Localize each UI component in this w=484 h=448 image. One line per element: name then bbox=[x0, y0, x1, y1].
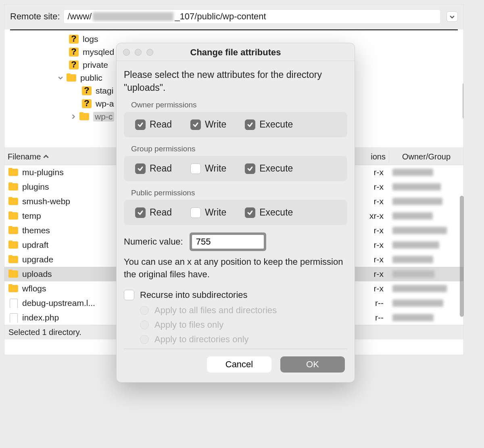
col-header-filename[interactable]: Filename bbox=[4, 151, 117, 163]
recurse-label: Recurse into subdirectories bbox=[140, 290, 248, 300]
public-execute-checkbox[interactable]: Execute bbox=[245, 207, 293, 218]
checkbox-icon bbox=[190, 119, 201, 130]
owner-redacted bbox=[392, 169, 433, 176]
owner-write-checkbox[interactable]: Write bbox=[190, 119, 226, 130]
file-owner bbox=[389, 256, 463, 263]
public-permissions-label: Public permissions bbox=[124, 188, 347, 197]
remote-path-redacted bbox=[93, 12, 173, 21]
checkbox-icon bbox=[135, 163, 146, 174]
file-owner bbox=[389, 212, 463, 220]
owner-redacted bbox=[392, 314, 434, 321]
folder-icon bbox=[8, 211, 18, 220]
checkbox-label: Read bbox=[150, 163, 172, 174]
folder-icon bbox=[67, 73, 76, 82]
tree-item-label: public bbox=[80, 73, 102, 83]
cancel-button[interactable]: Cancel bbox=[207, 356, 271, 373]
file-icon bbox=[8, 313, 18, 322]
radio-apply-files-label: Apply to files only bbox=[154, 320, 223, 330]
checkbox-icon bbox=[190, 207, 201, 218]
checkbox-icon bbox=[135, 207, 146, 218]
file-owner bbox=[389, 241, 463, 249]
folder-icon bbox=[8, 255, 18, 264]
radio-icon bbox=[140, 320, 149, 329]
sort-asc-icon bbox=[43, 152, 49, 161]
owner-redacted bbox=[392, 256, 433, 263]
folder-icon bbox=[8, 270, 18, 278]
file-name: themes bbox=[22, 226, 50, 235]
owner-execute-checkbox[interactable]: Execute bbox=[245, 119, 293, 130]
group-permissions-label: Group permissions bbox=[124, 144, 347, 153]
file-name: temp bbox=[22, 211, 41, 221]
file-name: plugins bbox=[22, 182, 49, 192]
col-header-filename-text: Filename bbox=[8, 152, 41, 161]
tree-scrollbar[interactable] bbox=[463, 83, 463, 119]
remote-path-dropdown-button[interactable] bbox=[446, 11, 458, 22]
remote-path-prefix: /www/ bbox=[68, 11, 92, 22]
dialog-instructions: Please select the new attributes for the… bbox=[124, 68, 347, 94]
tree-item-label: wp-a bbox=[96, 99, 114, 109]
radio-apply-all: Apply to all files and directories bbox=[124, 305, 347, 316]
numeric-value-input[interactable] bbox=[192, 234, 264, 249]
file-name: uploads bbox=[22, 269, 52, 279]
file-name: updraft bbox=[22, 240, 48, 250]
public-read-checkbox[interactable]: Read bbox=[135, 207, 172, 218]
file-name: wflogs bbox=[22, 284, 46, 293]
window-zoom-icon[interactable] bbox=[146, 49, 153, 56]
owner-redacted bbox=[392, 183, 441, 191]
checkbox-icon bbox=[245, 119, 255, 130]
file-owner bbox=[389, 169, 463, 176]
folder-icon bbox=[8, 197, 18, 206]
remote-site-label: Remote site: bbox=[10, 11, 60, 22]
unknown-folder-icon bbox=[69, 35, 79, 44]
file-owner bbox=[389, 285, 463, 292]
tree-item-label: logs bbox=[83, 34, 98, 44]
col-header-owner-text: Owner/Group bbox=[402, 152, 451, 161]
checkbox-icon bbox=[245, 163, 255, 174]
group-read-checkbox[interactable]: Read bbox=[135, 163, 172, 174]
unknown-folder-icon bbox=[69, 48, 79, 57]
public-write-checkbox[interactable]: Write bbox=[190, 207, 226, 218]
checkbox-label: Execute bbox=[259, 119, 293, 130]
radio-apply-files: Apply to files only bbox=[124, 320, 347, 330]
tree-item-label: stagi bbox=[96, 86, 113, 96]
unknown-folder-icon bbox=[69, 61, 79, 69]
checkbox-icon bbox=[190, 163, 201, 174]
numeric-value-label: Numeric value: bbox=[124, 237, 183, 247]
change-attributes-dialog: Change file attributes Please select the… bbox=[116, 43, 355, 383]
remote-path-combo[interactable]: /www/ _107/public/wp-content bbox=[63, 9, 441, 24]
window-minimize-icon[interactable] bbox=[135, 49, 142, 56]
ok-button[interactable]: OK bbox=[280, 356, 345, 373]
chevron-down-icon[interactable] bbox=[57, 74, 64, 82]
list-scrollbar[interactable] bbox=[460, 196, 464, 317]
checkbox-label: Execute bbox=[259, 207, 293, 218]
remote-site-row: Remote site: /www/ _107/public/wp-conten… bbox=[4, 4, 463, 29]
owner-read-checkbox[interactable]: Read bbox=[135, 119, 172, 130]
tree-item-label: private bbox=[83, 60, 108, 70]
folder-icon bbox=[8, 168, 18, 177]
chevron-right-icon[interactable] bbox=[70, 113, 77, 120]
group-permissions-group: Group permissions ReadWriteExecute bbox=[124, 144, 347, 181]
checkbox-label: Write bbox=[205, 119, 226, 130]
dialog-titlebar[interactable]: Change file attributes bbox=[117, 43, 355, 61]
file-name: index.php bbox=[22, 313, 59, 322]
col-header-owner[interactable]: Owner/Group bbox=[389, 151, 463, 163]
group-execute-checkbox[interactable]: Execute bbox=[245, 163, 293, 174]
checkbox-label: Read bbox=[150, 119, 172, 130]
owner-redacted bbox=[392, 270, 434, 278]
file-owner bbox=[389, 270, 463, 278]
radio-icon bbox=[140, 306, 149, 315]
numeric-hint: You can use an x at any position to keep… bbox=[124, 256, 347, 281]
owner-redacted bbox=[392, 212, 433, 220]
checkbox-label: Write bbox=[205, 207, 226, 218]
owner-redacted bbox=[392, 299, 443, 307]
owner-redacted bbox=[392, 227, 447, 234]
owner-permissions-label: Owner permissions bbox=[124, 100, 347, 109]
recurse-checkbox[interactable] bbox=[124, 290, 134, 300]
group-write-checkbox[interactable]: Write bbox=[190, 163, 226, 174]
dialog-separator bbox=[124, 349, 347, 349]
owner-redacted bbox=[392, 285, 447, 292]
radio-apply-dirs-label: Apply to directories only bbox=[154, 334, 249, 345]
owner-redacted bbox=[392, 241, 439, 249]
file-icon bbox=[8, 299, 18, 308]
window-close-icon[interactable] bbox=[123, 49, 130, 56]
